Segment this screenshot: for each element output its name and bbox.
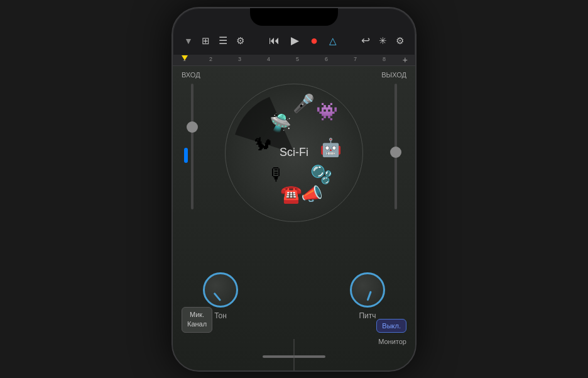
list-icon[interactable]: ☰ (219, 35, 227, 47)
ruler-mark-3: 3 (238, 56, 241, 62)
robot-voice-item[interactable]: 🤖 (320, 136, 342, 157)
pitch-label: Питч (359, 311, 376, 320)
settings-button[interactable]: ⚙ (396, 35, 404, 47)
input-slider[interactable] (187, 84, 198, 209)
power-button[interactable] (415, 103, 416, 140)
input-label: ВХОД (182, 71, 200, 79)
mic-channel-label: Мик. Канал (187, 310, 207, 330)
play-button[interactable]: ▶ (291, 34, 299, 47)
undo-button[interactable]: ↩ (361, 34, 370, 47)
ton-label: Тон (214, 311, 227, 320)
ruler-mark-5: 5 (296, 56, 299, 62)
brightness-icon[interactable]: ✳ (379, 35, 387, 47)
playhead-marker[interactable] (182, 55, 188, 60)
voice-selector[interactable]: Sci-Fi 🛸 🎤 👾 🐿 🤖 🎙 🫧 ☎️ 📣 (225, 84, 363, 222)
ton-knob[interactable] (203, 272, 238, 308)
ruler-mark-8: 8 (383, 56, 386, 62)
toolbar: ▼ ⊞ ☰ ⚙ ⏮ ▶ ● △ ↩ ✳ ⚙ (173, 27, 415, 55)
add-track-button[interactable]: + (403, 55, 408, 65)
ruler-mark-2: 2 (209, 56, 212, 62)
ruler-mark-6: 6 (325, 56, 328, 62)
layout-icon[interactable]: ⊞ (202, 35, 210, 47)
megaphone-voice-item[interactable]: 📣 (301, 183, 323, 204)
monitor-off-button[interactable]: Выкл. (376, 319, 406, 333)
mic-stand-voice-item[interactable]: 🎙 (268, 164, 285, 185)
level-indicator (184, 148, 188, 163)
output-label: ВЫХОД (381, 71, 406, 79)
ruler-mark-4: 4 (267, 56, 270, 62)
monster-voice-item[interactable]: 👾 (316, 101, 338, 122)
pitch-knob[interactable] (350, 272, 385, 308)
squirrel-voice-item[interactable]: 🐿 (254, 134, 271, 155)
output-slider[interactable] (390, 84, 401, 209)
phone-frame: ▼ ⊞ ☰ ⚙ ⏮ ▶ ● △ ↩ ✳ ⚙ 1 2 3 4 5 6 7 8 + (172, 7, 416, 372)
dropdown-button[interactable]: ▼ (184, 36, 193, 46)
eq-icon[interactable]: ⚙ (236, 35, 244, 47)
main-content: ВХОД ВЫХОД (173, 66, 415, 370)
mic-channel-button[interactable]: Мик. Канал (182, 307, 212, 333)
alien-voice-item[interactable]: 🛸 (270, 112, 291, 133)
pitch-knob-container: Питч (350, 272, 385, 320)
microphone-voice-item[interactable]: 🎤 (293, 93, 315, 114)
voice-type-label: Sci-Fi (280, 146, 308, 159)
metronome-button[interactable]: △ (329, 35, 337, 47)
phone-voice-item[interactable]: ☎️ (280, 183, 302, 204)
notch (250, 8, 338, 26)
rewind-button[interactable]: ⏮ (269, 35, 280, 47)
playhead-line (294, 339, 295, 370)
monitor-label: Монитор (378, 338, 406, 345)
timeline-ruler: 1 2 3 4 5 6 7 8 + (173, 55, 415, 66)
record-button[interactable]: ● (310, 33, 318, 48)
ruler-mark-7: 7 (354, 56, 357, 62)
bubble-voice-item[interactable]: 🫧 (310, 164, 332, 185)
